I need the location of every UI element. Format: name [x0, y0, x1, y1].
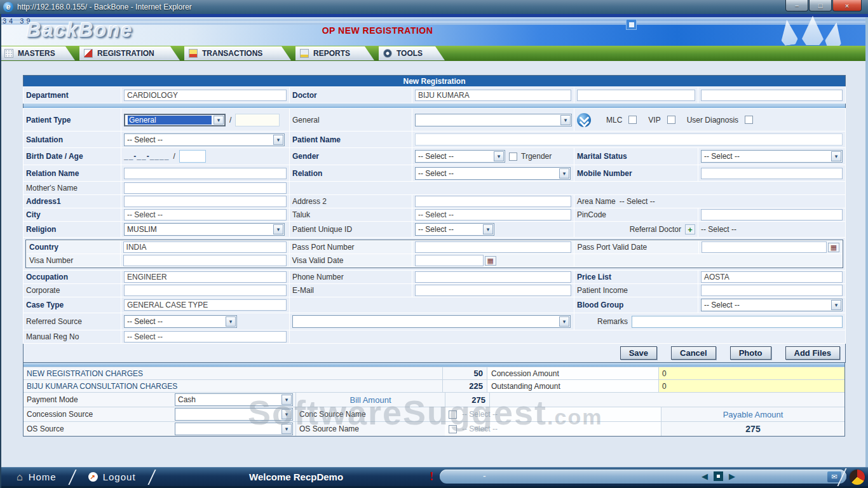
panel-toggle-icon[interactable] — [626, 19, 637, 30]
birth-date-input[interactable]: __-__-____ — [124, 152, 169, 161]
minimize-button[interactable]: − — [785, 0, 808, 11]
tab-tools[interactable]: TOOLS — [379, 46, 445, 60]
salutation-select[interactable]: -- Select -- ▾ — [124, 133, 285, 146]
passport-number-input[interactable] — [415, 241, 572, 253]
remarks-input[interactable] — [632, 316, 843, 328]
empty-field[interactable] — [701, 90, 843, 101]
previous-icon[interactable]: ◀ — [702, 471, 708, 481]
os-source-checkbox[interactable] — [449, 425, 457, 433]
logout-label: Logout — [103, 471, 136, 482]
age-input[interactable] — [179, 150, 206, 163]
patient-unique-id-select[interactable]: -- Select -- ▾ — [415, 223, 494, 236]
mobile-number-input[interactable] — [701, 168, 843, 179]
conc-source-checkbox[interactable] — [449, 410, 457, 419]
price-list-value[interactable]: AOSTA — [701, 271, 843, 283]
dropdown-arrow-icon[interactable]: ▾ — [214, 116, 224, 125]
occupation-value[interactable]: ENGINEER — [124, 271, 287, 283]
referred-source-name-select[interactable]: ▾ — [292, 315, 571, 328]
add-files-button[interactable]: Add Files — [785, 346, 841, 360]
tab-registration[interactable]: REGISTRATION — [79, 46, 180, 60]
corporate-input[interactable] — [124, 285, 287, 296]
phone-number-input[interactable] — [415, 271, 571, 283]
add-referral-doctor-icon[interactable]: + — [685, 224, 695, 234]
pincode-input[interactable] — [701, 209, 843, 220]
close-button[interactable]: × — [832, 0, 862, 11]
user-diagnosis-checkbox[interactable] — [745, 116, 753, 124]
calendar-icon[interactable]: ▦ — [828, 243, 839, 252]
email-input[interactable] — [415, 285, 571, 296]
address1-input[interactable] — [124, 196, 287, 207]
logo-swirl — [850, 470, 865, 485]
dropdown-arrow-icon[interactable]: ▾ — [281, 395, 292, 405]
dropdown-arrow-icon[interactable]: ▾ — [483, 224, 493, 234]
phone-number-label: Phone Number — [290, 271, 412, 284]
gender-select[interactable]: -- Select -- ▾ — [415, 150, 505, 163]
maximize-button[interactable]: □ — [809, 0, 832, 11]
dropdown-arrow-icon[interactable]: ▾ — [273, 135, 283, 145]
os-source-select[interactable]: ▾ — [175, 423, 293, 435]
stop-icon[interactable] — [714, 471, 723, 481]
concession-source-select[interactable]: ▾ — [175, 408, 293, 421]
passport-valid-date-input[interactable] — [702, 241, 827, 253]
tab-masters[interactable]: MASTERS — [0, 46, 75, 60]
relation-label: Relation — [290, 165, 412, 182]
patient-type-code-input[interactable] — [235, 114, 280, 126]
referred-source-value: -- Select -- — [127, 317, 163, 326]
country-value[interactable]: INDIA — [123, 241, 287, 253]
general-select[interactable]: ▾ — [415, 114, 572, 126]
patient-income-input[interactable] — [701, 285, 843, 296]
payment-mode-select[interactable]: Cash ▾ — [175, 393, 293, 406]
marital-status-select[interactable]: -- Select -- ▾ — [701, 150, 843, 163]
photo-button[interactable]: Photo — [730, 346, 771, 360]
dropdown-arrow-icon[interactable]: ▾ — [494, 151, 504, 161]
address2-input[interactable] — [415, 196, 571, 207]
conc-source-name-select[interactable]: -- Select -- — [462, 410, 498, 419]
patient-type-select[interactable]: General ▾ — [124, 114, 226, 126]
taluk-select[interactable]: -- Select -- — [415, 209, 571, 220]
empty-field[interactable] — [577, 90, 695, 101]
patient-name-input[interactable] — [415, 133, 843, 146]
vip-checkbox[interactable] — [667, 116, 675, 124]
save-button[interactable]: Save — [620, 346, 657, 360]
concession-amount-input[interactable]: 0 — [658, 367, 844, 379]
transactions-icon — [189, 49, 198, 58]
dropdown-arrow-icon[interactable]: ▾ — [281, 424, 292, 434]
city-select[interactable]: -- Select -- — [124, 209, 287, 220]
calendar-icon[interactable]: ▦ — [485, 256, 496, 266]
tab-reports[interactable]: REPORTS — [295, 46, 374, 60]
visa-valid-date-input[interactable] — [415, 255, 484, 266]
next-icon[interactable]: ▶ — [729, 471, 735, 481]
religion-select[interactable]: MUSLIM ▾ — [124, 223, 285, 236]
referred-source-select[interactable]: -- Select -- ▾ — [124, 315, 237, 328]
cancel-button[interactable]: Cancel — [671, 346, 716, 360]
referral-doctor-select[interactable]: -- Select -- — [701, 225, 736, 234]
globe-icon[interactable] — [577, 113, 591, 127]
blood-group-select[interactable]: -- Select -- ▾ — [701, 299, 843, 311]
department-value[interactable]: CARDIOLOGY — [124, 90, 287, 101]
trgender-checkbox[interactable] — [509, 152, 517, 161]
tab-transactions[interactable]: TRANSACTIONS — [184, 46, 291, 60]
dropdown-arrow-icon[interactable]: ▾ — [273, 224, 283, 234]
visa-number-input[interactable] — [123, 255, 287, 266]
dropdown-arrow-icon[interactable]: ▾ — [226, 316, 236, 327]
logout-button[interactable]: ↗ Logout — [83, 471, 141, 482]
case-type-value[interactable]: GENERAL CASE TYPE — [124, 299, 287, 311]
dropdown-arrow-icon[interactable]: ▾ — [281, 409, 292, 419]
area-name-select[interactable]: -- Select -- — [620, 197, 655, 206]
outstanding-amount-input[interactable]: 0 — [658, 380, 844, 392]
relation-name-input[interactable] — [124, 168, 287, 179]
home-button[interactable]: ⌂ Home — [11, 471, 62, 483]
dropdown-arrow-icon[interactable]: ▾ — [559, 168, 569, 179]
dropdown-arrow-icon[interactable]: ▾ — [559, 316, 569, 327]
dropdown-arrow-icon[interactable]: ▾ — [831, 151, 841, 161]
mlc-checkbox[interactable] — [628, 116, 637, 124]
doctor-value[interactable]: BIJU KUMARA — [415, 90, 571, 101]
mothers-name-input[interactable] — [124, 182, 287, 194]
dropdown-arrow-icon[interactable]: ▾ — [560, 115, 571, 125]
relation-select[interactable]: -- Select -- ▾ — [415, 167, 571, 180]
case-type-label: Case Type — [24, 297, 121, 313]
os-source-name-select[interactable]: -- Select -- — [462, 424, 498, 433]
dropdown-arrow-icon[interactable]: ▾ — [831, 300, 841, 310]
area-name-label: Area Name — [577, 197, 616, 206]
manual-reg-no-select[interactable]: -- Select -- — [124, 331, 287, 342]
